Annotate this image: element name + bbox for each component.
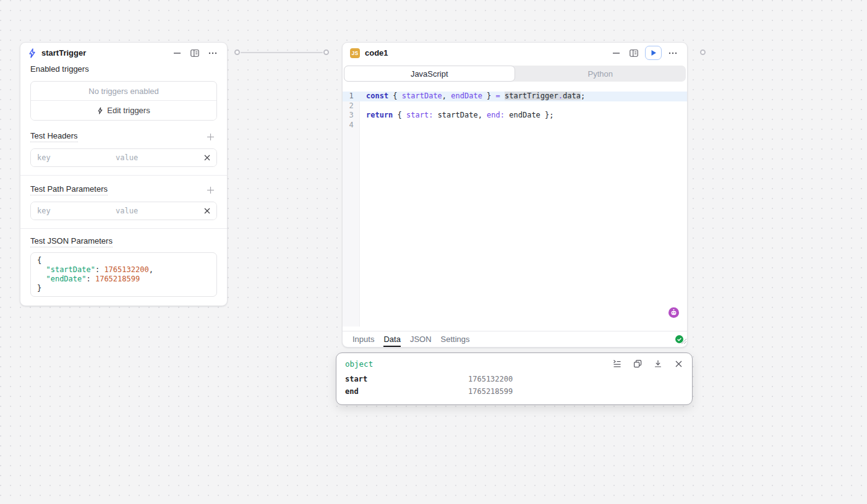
connection-line [241, 52, 323, 53]
remove-path-param-icon[interactable] [198, 202, 216, 220]
no-triggers-text: No triggers enabled [31, 82, 216, 101]
test-path-params-label: Test Path Parameters [30, 184, 108, 195]
tab-settings[interactable]: Settings [441, 331, 470, 347]
lightning-bolt-icon [28, 48, 36, 58]
more-ellipsis-icon[interactable] [206, 46, 220, 60]
open-panel-icon[interactable] [188, 46, 202, 60]
open-panel-icon[interactable] [627, 46, 641, 60]
code-text: return { start: startDate, end: endDate … [360, 111, 554, 121]
edit-triggers-label: Edit triggers [107, 106, 150, 115]
divider [20, 175, 227, 176]
copy-icon[interactable] [633, 359, 643, 369]
test-headers-row [30, 148, 217, 167]
json-line: "startDate": 1765132200, [37, 265, 210, 275]
tab-inputs[interactable]: Inputs [352, 331, 374, 347]
result-value: 1765218599 [468, 387, 513, 396]
enabled-triggers-label: Enabled triggers [30, 64, 217, 74]
code-text: const { startDate, endDate } = startTrig… [360, 92, 585, 101]
edit-triggers-button[interactable]: Edit triggers [31, 101, 216, 120]
connection-handle-in[interactable] [323, 49, 329, 55]
add-header-plus-icon[interactable] [203, 130, 217, 143]
code-editor-lines: 1const { startDate, endDate } = startTri… [343, 92, 687, 130]
connection-handle-out[interactable] [234, 49, 240, 55]
resize-handle[interactable] [681, 335, 686, 346]
json-line: { [37, 256, 210, 265]
edit-bolt-icon [97, 107, 103, 114]
remove-header-icon[interactable] [198, 149, 216, 166]
result-tabs-bar: Inputs Data JSON Settings [343, 331, 687, 347]
test-json-params-label: Test JSON Parameters [30, 236, 113, 247]
block-title: code1 [365, 48, 388, 58]
bot-avatar-icon[interactable] [668, 307, 679, 318]
start-trigger-header[interactable]: startTrigger [20, 43, 227, 63]
test-headers-label: Test Headers [30, 131, 78, 142]
start-trigger-block: startTrigger Enabled triggers No trigger… [20, 42, 228, 306]
connection-handle-code1-out[interactable] [700, 49, 706, 55]
minimize-icon[interactable] [609, 46, 623, 60]
header-value-input[interactable] [109, 149, 198, 166]
add-path-param-plus-icon[interactable] [203, 183, 217, 197]
expand-tree-icon[interactable] [612, 359, 622, 369]
line-number: 1 [343, 92, 360, 101]
test-path-params-row [30, 202, 217, 220]
more-ellipsis-icon[interactable] [666, 46, 680, 60]
code-line-4[interactable]: 4 [343, 121, 687, 130]
line-number: 3 [343, 111, 360, 121]
code-text [360, 101, 366, 111]
path-param-value-input[interactable] [109, 202, 198, 220]
result-type-label: object [345, 359, 373, 369]
tab-javascript[interactable]: JavaScript [344, 66, 515, 82]
code-line-2[interactable]: 2 [343, 101, 687, 111]
block-title: startTrigger [41, 48, 86, 58]
result-rows: start1765132200end1765218599 [336, 371, 692, 398]
result-row[interactable]: start1765132200 [345, 373, 683, 385]
result-key: start [345, 375, 468, 383]
code-line-1[interactable]: 1const { startDate, endDate } = startTri… [343, 92, 687, 101]
json-line: } [37, 284, 210, 293]
minimize-icon[interactable] [170, 46, 184, 60]
download-icon[interactable] [653, 359, 663, 369]
path-param-key-input[interactable] [31, 202, 109, 220]
triggers-box: No triggers enabled Edit triggers [30, 81, 217, 121]
line-number: 4 [343, 121, 360, 130]
close-icon[interactable] [673, 359, 683, 369]
result-key: end [345, 387, 468, 396]
tab-json[interactable]: JSON [410, 331, 432, 347]
header-key-input[interactable] [31, 149, 109, 166]
result-row[interactable]: end1765218599 [345, 385, 683, 398]
test-json-editor[interactable]: { "startDate": 1765132200, "endDate": 17… [30, 252, 217, 297]
code-editor[interactable]: 1const { startDate, endDate } = startTri… [343, 92, 687, 327]
data-output-panel: object start1765132200end1765218599 [336, 352, 693, 405]
line-number: 2 [343, 101, 360, 111]
language-tabs: JavaScript Python [344, 66, 686, 82]
code-text [360, 121, 366, 130]
json-line: "endDate": 1765218599 [37, 275, 210, 284]
tab-data[interactable]: Data [383, 331, 400, 347]
code1-header[interactable]: JS code1 [343, 43, 687, 63]
tab-python[interactable]: Python [515, 66, 686, 82]
divider [20, 228, 227, 229]
result-value: 1765132200 [468, 375, 513, 383]
code1-block: JS code1 JavaScript Python 1const { star… [342, 42, 688, 348]
code-line-3[interactable]: 3return { start: startDate, end: endDate… [343, 111, 687, 121]
javascript-badge-icon: JS [350, 48, 360, 58]
run-play-icon[interactable] [645, 46, 662, 60]
